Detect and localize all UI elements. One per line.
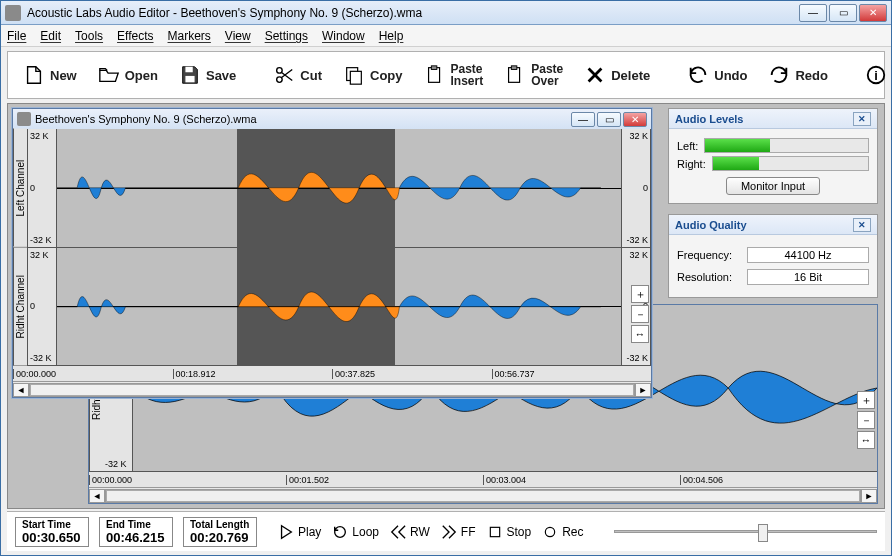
level-meter-left bbox=[704, 138, 869, 153]
menu-settings[interactable]: Settings bbox=[265, 29, 308, 43]
delete-icon bbox=[583, 63, 607, 87]
folder-open-icon bbox=[97, 63, 121, 87]
resolution-value: 16 Bit bbox=[747, 269, 869, 285]
paste-insert-icon bbox=[423, 63, 447, 87]
levels-close-icon[interactable]: ✕ bbox=[853, 112, 871, 126]
minimize-button[interactable]: — bbox=[799, 4, 827, 22]
position-slider[interactable] bbox=[614, 530, 877, 533]
waveform-left[interactable] bbox=[57, 129, 621, 247]
waveform-area: Left Channel 32 K0-32 K 32 K0-32 K bbox=[13, 129, 651, 365]
channel-label-left: Left Channel bbox=[13, 129, 27, 247]
loop-button[interactable]: Loop bbox=[331, 523, 379, 541]
audio-quality-panel: Audio Quality✕ Frequency:44100 Hz Resolu… bbox=[668, 214, 878, 298]
monitor-input-button[interactable]: Monitor Input bbox=[726, 177, 820, 195]
fastforward-icon bbox=[440, 523, 458, 541]
app-window: Acoustic Labs Audio Editor - Beethoven's… bbox=[0, 0, 892, 556]
stop-icon bbox=[486, 523, 504, 541]
play-button[interactable]: Play bbox=[277, 523, 321, 541]
zoom-fit-button[interactable]: ↔ bbox=[631, 325, 649, 343]
play-icon bbox=[277, 523, 295, 541]
rewind-icon bbox=[389, 523, 407, 541]
workspace: Ridht Channel 32 K0-32 K ＋ － ↔ 00:00.000… bbox=[7, 103, 885, 509]
menu-edit[interactable]: Edit bbox=[40, 29, 61, 43]
menu-help[interactable]: Help bbox=[379, 29, 404, 43]
svg-rect-0 bbox=[185, 67, 192, 73]
save-button[interactable]: Save bbox=[170, 59, 244, 91]
fastforward-button[interactable]: FF bbox=[440, 523, 476, 541]
doc-icon bbox=[17, 112, 31, 126]
svg-rect-9 bbox=[512, 66, 517, 70]
toolbar: New Open Save Cut Copy PasteInsert Paste… bbox=[7, 51, 885, 99]
menu-markers[interactable]: Markers bbox=[168, 29, 211, 43]
doc-maximize-button[interactable]: ▭ bbox=[597, 112, 621, 127]
quality-close-icon[interactable]: ✕ bbox=[853, 218, 871, 232]
svg-rect-1 bbox=[185, 76, 194, 82]
copy-button[interactable]: Copy bbox=[334, 59, 411, 91]
zoom-fit-button-bg[interactable]: ↔ bbox=[857, 431, 875, 449]
statusbar: Start Time 00:30.650 End Time 00:46.215 … bbox=[7, 511, 885, 551]
menu-view[interactable]: View bbox=[225, 29, 251, 43]
menubar: File Edit Tools Effects Markers View Set… bbox=[1, 25, 891, 47]
copy-icon bbox=[342, 63, 366, 87]
paste-insert-button[interactable]: PasteInsert bbox=[415, 59, 492, 91]
stop-button[interactable]: Stop bbox=[486, 523, 532, 541]
redo-icon bbox=[767, 63, 791, 87]
level-meter-right bbox=[712, 156, 869, 171]
new-file-icon bbox=[22, 63, 46, 87]
record-button[interactable]: Rec bbox=[541, 523, 583, 541]
delete-button[interactable]: Delete bbox=[575, 59, 658, 91]
open-button[interactable]: Open bbox=[89, 59, 166, 91]
menu-file[interactable]: File bbox=[7, 29, 26, 43]
paste-over-button[interactable]: PasteOver bbox=[495, 59, 571, 91]
zoom-in-button-bg[interactable]: ＋ bbox=[857, 391, 875, 409]
titlebar: Acoustic Labs Audio Editor - Beethoven's… bbox=[1, 1, 891, 25]
frequency-value: 44100 Hz bbox=[747, 247, 869, 263]
undo-button[interactable]: Undo bbox=[678, 59, 755, 91]
doc-close-button[interactable]: ✕ bbox=[623, 112, 647, 127]
close-button[interactable]: ✕ bbox=[859, 4, 887, 22]
hscrollbar[interactable]: ◄► bbox=[13, 381, 651, 397]
loop-icon bbox=[331, 523, 349, 541]
doc-title: Beethoven's Symphony No. 9 (Scherzo).wma bbox=[35, 113, 571, 125]
svg-rect-7 bbox=[431, 66, 437, 70]
scissors-icon bbox=[272, 63, 296, 87]
cut-button[interactable]: Cut bbox=[264, 59, 330, 91]
svg-rect-12 bbox=[490, 527, 499, 536]
record-icon bbox=[541, 523, 559, 541]
menu-effects[interactable]: Effects bbox=[117, 29, 153, 43]
svg-rect-5 bbox=[350, 71, 361, 84]
time-ruler: 00:00.000 00:18.912 00:37.825 00:56.737 bbox=[13, 365, 651, 381]
hscrollbar-bg[interactable]: ◄► bbox=[89, 487, 877, 503]
new-button[interactable]: New bbox=[14, 59, 85, 91]
end-time-box: End Time 00:46.215 bbox=[99, 517, 173, 547]
channel-label-right: Ridht Channel bbox=[13, 248, 27, 366]
zoom-out-button[interactable]: － bbox=[631, 305, 649, 323]
document-window: Beethoven's Symphony No. 9 (Scherzo).wma… bbox=[12, 108, 652, 398]
undo-icon bbox=[686, 63, 710, 87]
zoom-out-button-bg[interactable]: － bbox=[857, 411, 875, 429]
svg-text:i: i bbox=[874, 68, 878, 83]
help-icon: i bbox=[864, 63, 888, 87]
maximize-button[interactable]: ▭ bbox=[829, 4, 857, 22]
menu-tools[interactable]: Tools bbox=[75, 29, 103, 43]
audio-levels-panel: Audio Levels✕ Left: Right: Monitor Input bbox=[668, 108, 878, 204]
redo-button[interactable]: Redo bbox=[759, 59, 836, 91]
svg-point-13 bbox=[546, 527, 555, 536]
doc-titlebar: Beethoven's Symphony No. 9 (Scherzo).wma… bbox=[13, 109, 651, 129]
time-ruler-bg: 00:00.000 00:01.502 00:03.004 00:04.506 bbox=[89, 471, 877, 487]
app-icon bbox=[5, 5, 21, 21]
window-title: Acoustic Labs Audio Editor - Beethoven's… bbox=[27, 6, 799, 20]
start-time-box: Start Time 00:30.650 bbox=[15, 517, 89, 547]
save-icon bbox=[178, 63, 202, 87]
waveform-right[interactable] bbox=[57, 248, 621, 366]
paste-over-icon bbox=[503, 63, 527, 87]
zoom-in-button[interactable]: ＋ bbox=[631, 285, 649, 303]
doc-minimize-button[interactable]: — bbox=[571, 112, 595, 127]
help-button[interactable]: iHelp bbox=[856, 59, 892, 91]
total-length-box: Total Length 00:20.769 bbox=[183, 517, 257, 547]
rewind-button[interactable]: RW bbox=[389, 523, 430, 541]
menu-window[interactable]: Window bbox=[322, 29, 365, 43]
